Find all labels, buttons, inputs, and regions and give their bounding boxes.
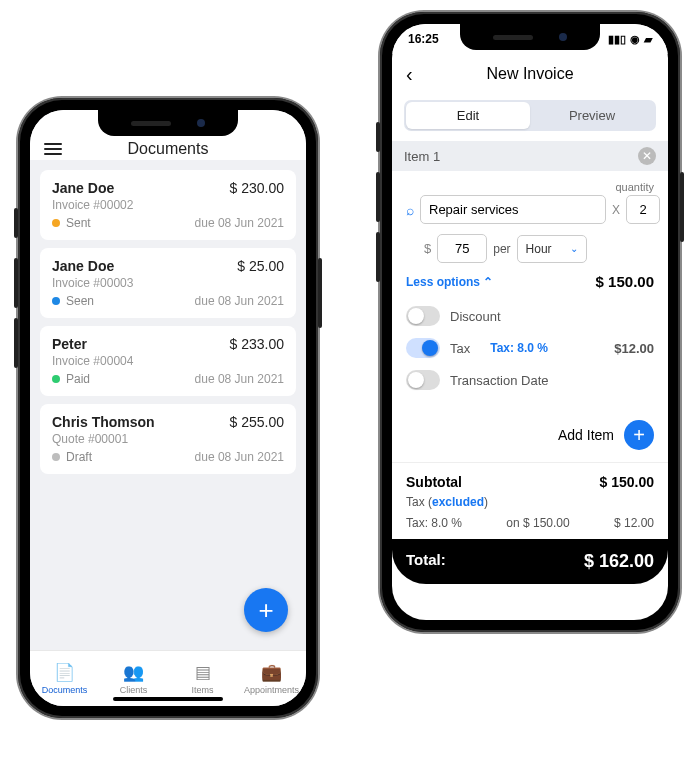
tab-label: Items (191, 685, 213, 695)
status-dot-icon (52, 297, 60, 305)
add-document-button[interactable]: + (244, 588, 288, 632)
transaction-date-label: Transaction Date (450, 373, 549, 388)
tax-rate[interactable]: Tax: 8.0 % (490, 341, 548, 355)
appointments-icon: 💼 (261, 662, 282, 683)
status-dot-icon (52, 219, 60, 227)
subtotal-label: Subtotal (406, 474, 462, 490)
unit-select[interactable]: Hour ⌄ (517, 235, 587, 263)
status-badge: Seen (52, 294, 94, 308)
amount: $ 230.00 (230, 180, 285, 196)
tab-appointments[interactable]: 💼 Appointments (237, 651, 306, 706)
client-name: Chris Thomson (52, 414, 155, 430)
remove-item-button[interactable]: ✕ (638, 147, 656, 165)
battery-icon: ▰ (644, 33, 652, 46)
client-name: Peter (52, 336, 87, 352)
amount: $ 25.00 (237, 258, 284, 274)
clients-icon: 👥 (123, 662, 144, 683)
page-title: Documents (44, 140, 292, 158)
document-list[interactable]: Jane Doe $ 230.00 Invoice #00002 Sent du… (30, 160, 306, 650)
document-card[interactable]: Peter $ 233.00 Invoice #00004 Paid due 0… (40, 326, 296, 396)
item-label: Item 1 (404, 149, 440, 164)
phone-documents: Documents Jane Doe $ 230.00 Invoice #000… (18, 98, 318, 718)
due-date: due 08 Jun 2021 (195, 450, 284, 464)
status-badge: Sent (52, 216, 91, 230)
tax-amount: $12.00 (614, 341, 654, 356)
document-ref: Invoice #00002 (52, 198, 284, 212)
due-date: due 08 Jun 2021 (195, 294, 284, 308)
less-options-toggle[interactable]: Less options ⌃ (406, 275, 493, 289)
tax-label: Tax (450, 341, 470, 356)
chevron-up-icon: ⌃ (483, 275, 493, 289)
subtotal-value: $ 150.00 (600, 474, 655, 490)
tax-line-on: on $ 150.00 (462, 516, 614, 530)
tax-line-value: $ 12.00 (614, 516, 654, 530)
segmented-control: Edit Preview (404, 100, 656, 131)
document-ref: Invoice #00004 (52, 354, 284, 368)
discount-toggle[interactable] (406, 306, 440, 326)
document-card[interactable]: Jane Doe $ 25.00 Invoice #00003 Seen due… (40, 248, 296, 318)
add-item-button[interactable]: + (624, 420, 654, 450)
tax-line-label: Tax: 8.0 % (406, 516, 462, 530)
items-icon: ▤ (195, 662, 211, 683)
tab-label: Clients (120, 685, 148, 695)
total-bar: Total: $ 162.00 (392, 539, 668, 584)
total-label: Total: (406, 551, 446, 572)
header: ‹ New Invoice (392, 54, 668, 94)
document-ref: Invoice #00003 (52, 276, 284, 290)
per-label: per (493, 242, 510, 256)
tax-excluded-note: Tax (excluded) (406, 495, 654, 509)
phone-new-invoice: 16:25 ▮▮▯ ◉ ▰ ‹ New Invoice Edit Preview… (380, 12, 680, 632)
chevron-down-icon: ⌄ (570, 243, 578, 254)
page-title: New Invoice (406, 65, 654, 83)
clock: 16:25 (408, 32, 439, 46)
client-name: Jane Doe (52, 180, 114, 196)
status-dot-icon (52, 375, 60, 383)
amount: $ 255.00 (230, 414, 285, 430)
discount-label: Discount (450, 309, 501, 324)
client-name: Jane Doe (52, 258, 114, 274)
price-input[interactable] (437, 234, 487, 263)
tax-toggle[interactable] (406, 338, 440, 358)
segment-preview[interactable]: Preview (530, 102, 654, 129)
document-card[interactable]: Chris Thomson $ 255.00 Quote #00001 Draf… (40, 404, 296, 474)
quantity-input[interactable] (626, 195, 660, 224)
tab-documents[interactable]: 📄 Documents (30, 651, 99, 706)
quantity-label: quantity (406, 181, 654, 193)
status-badge: Draft (52, 450, 92, 464)
status-badge: Paid (52, 372, 90, 386)
summary: Subtotal $ 150.00 Tax (excluded) Tax: 8.… (392, 462, 668, 539)
line-total: $ 150.00 (596, 273, 654, 290)
wifi-icon: ◉ (630, 33, 640, 46)
currency-symbol: $ (424, 241, 431, 256)
tab-label: Appointments (244, 685, 299, 695)
status-icons: ▮▮▯ ◉ ▰ (608, 33, 652, 46)
tab-label: Documents (42, 685, 88, 695)
segment-edit[interactable]: Edit (406, 102, 530, 129)
document-icon: 📄 (54, 662, 75, 683)
add-item-label: Add Item (558, 427, 614, 443)
signal-icon: ▮▮▯ (608, 33, 626, 46)
due-date: due 08 Jun 2021 (195, 216, 284, 230)
transaction-date-toggle[interactable] (406, 370, 440, 390)
total-value: $ 162.00 (584, 551, 654, 572)
document-ref: Quote #00001 (52, 432, 284, 446)
item-description-input[interactable] (420, 195, 606, 224)
due-date: due 08 Jun 2021 (195, 372, 284, 386)
multiply-icon: X (612, 203, 620, 217)
amount: $ 233.00 (230, 336, 285, 352)
search-icon[interactable]: ⌕ (406, 202, 414, 218)
item-header: Item 1 ✕ (392, 141, 668, 171)
status-dot-icon (52, 453, 60, 461)
document-card[interactable]: Jane Doe $ 230.00 Invoice #00002 Sent du… (40, 170, 296, 240)
